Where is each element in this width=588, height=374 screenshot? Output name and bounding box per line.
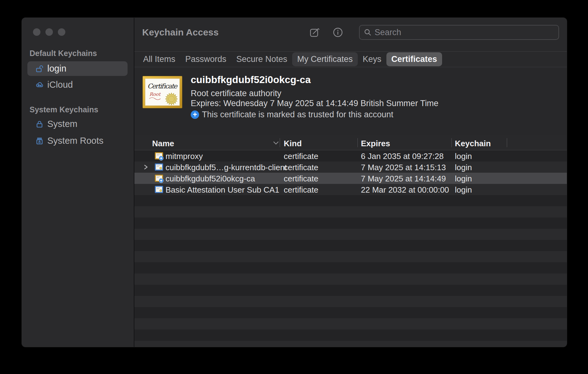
table-empty-row	[134, 330, 567, 341]
trust-status-text: This certificate is marked as trusted fo…	[202, 110, 393, 119]
table-row[interactable]: Basic Attestation User Sub CA1certificat…	[134, 184, 567, 195]
table-empty-row	[134, 307, 567, 318]
cell-keychain: login	[455, 152, 472, 161]
table-empty-row	[134, 217, 567, 229]
cell-keychain: login	[455, 163, 472, 172]
sidebar-section-title: System Keychains	[30, 105, 98, 114]
table-empty-row	[134, 229, 567, 240]
seal-icon	[165, 93, 178, 105]
sidebar-item-label: login	[47, 63, 66, 74]
cell-expires: 7 May 2025 at 14:15:13	[361, 163, 446, 172]
search-input[interactable]	[375, 28, 554, 37]
certificate-expiry: Expires: Wednesday 7 May 2025 at 14:14:4…	[191, 98, 438, 108]
table-empty-row	[134, 262, 567, 273]
column-divider[interactable]	[507, 138, 507, 147]
tab-certificates[interactable]: Certificates	[386, 52, 442, 66]
certificate-gold-plus-icon	[154, 174, 164, 183]
cell-keychain: login	[455, 185, 472, 195]
keychain-access-window: Default Keychains login iCloud System Ke…	[22, 18, 567, 347]
tab-passwords[interactable]: Passwords	[180, 52, 231, 66]
certificate-word: Certificate	[147, 82, 178, 90]
search-field[interactable]	[359, 25, 559, 40]
table-row[interactable]: cuibbfkgdubf52i0okcg-cacertificate7 May …	[134, 173, 567, 184]
sidebar-item-label: System	[47, 119, 77, 129]
column-header-keychain[interactable]: Keychain	[455, 139, 491, 148]
zoom-window-button[interactable]	[58, 28, 65, 36]
column-divider[interactable]	[280, 138, 280, 147]
tab-keys[interactable]: Keys	[358, 52, 386, 66]
table-empty-row	[134, 240, 567, 251]
sidebar-item-system-roots[interactable]: System Roots	[27, 133, 128, 148]
certificate-image: Certificate Root	[142, 76, 182, 108]
cell-kind: certificate	[284, 174, 318, 184]
cell-name: mitmproxy	[166, 152, 203, 161]
sidebar-item-system[interactable]: System	[27, 117, 128, 131]
table-row[interactable]: cuibbfkgdubf5…g-kurrentdb-clientcertific…	[134, 161, 567, 173]
sidebar-item-login[interactable]: login	[27, 61, 128, 76]
cell-kind: certificate	[284, 185, 318, 195]
tab-all-items[interactable]: All Items	[138, 52, 180, 66]
table-empty-row	[134, 285, 567, 296]
column-header-kind[interactable]: Kind	[284, 139, 302, 148]
cell-expires: 7 May 2025 at 14:14:49	[361, 174, 446, 184]
sort-chevron-icon[interactable]	[273, 141, 279, 145]
table-empty-row	[134, 206, 567, 217]
window-controls	[33, 28, 65, 36]
certificate-root-word: Root	[149, 91, 161, 97]
sidebar-item-label: iCloud	[47, 80, 73, 90]
certificate-detail-panel: Certificate Root cuibbfkgdubf52i0okcg-ca…	[134, 67, 567, 135]
certificate-blue-icon	[154, 162, 164, 172]
tab-secure-notes[interactable]: Secure Notes	[231, 52, 292, 66]
category-tabbar: All ItemsPasswordsSecure NotesMy Certifi…	[134, 52, 567, 67]
table-empty-row	[134, 251, 567, 262]
cloud-key-icon	[35, 80, 44, 90]
certificate-summary: cuibbfkgdubf52i0okcg-ca Root certificate…	[191, 74, 438, 119]
table-empty-row	[134, 273, 567, 285]
cell-name: cuibbfkgdubf52i0okcg-ca	[166, 174, 255, 184]
cell-name: cuibbfkgdubf5…g-kurrentdb-client	[166, 163, 287, 172]
cell-name: Basic Attestation User Sub CA1	[166, 185, 279, 195]
table-row[interactable]: mitmproxycertificate6 Jan 2035 at 09:27:…	[134, 150, 567, 161]
certificate-blue-icon	[154, 185, 164, 194]
certificate-gold-plus-icon	[154, 151, 164, 161]
cell-expires: 22 Mar 2032 at 00:00:00	[361, 185, 449, 195]
minimize-window-button[interactable]	[45, 28, 53, 36]
table-empty-row	[134, 296, 567, 307]
info-icon	[331, 26, 345, 39]
certificate-type: Root certificate authority	[191, 88, 438, 98]
table-empty-row	[134, 341, 567, 347]
compose-icon	[308, 26, 321, 39]
column-divider[interactable]	[451, 138, 452, 147]
cell-kind: certificate	[284, 163, 318, 172]
sidebar: Default Keychains login iCloud System Ke…	[22, 18, 134, 347]
cell-kind: certificate	[284, 152, 318, 161]
disclosure-chevron-icon[interactable]	[144, 164, 148, 170]
table-empty-row	[134, 195, 567, 206]
sidebar-item-label: System Roots	[47, 136, 104, 146]
column-header-name[interactable]: Name	[152, 139, 174, 148]
certificate-table: mitmproxycertificate6 Jan 2035 at 09:27:…	[134, 150, 567, 347]
get-info-button[interactable]	[331, 26, 345, 39]
column-divider[interactable]	[357, 138, 358, 147]
window-title: Keychain Access	[142, 27, 219, 38]
system-roots-icon	[35, 136, 44, 146]
table-header-row: NameKindExpiresKeychain	[134, 135, 567, 150]
trust-badge-icon: +	[191, 110, 199, 119]
cell-expires: 6 Jan 2035 at 09:27:28	[361, 152, 444, 161]
certificate-name: cuibbfkgdubf52i0okcg-ca	[191, 74, 438, 86]
search-icon	[364, 29, 371, 36]
table-empty-row	[134, 318, 567, 330]
sidebar-item-icloud[interactable]: iCloud	[27, 77, 128, 92]
sidebar-section-title: Default Keychains	[30, 49, 97, 58]
unlocked-padlock-icon	[35, 64, 44, 73]
tab-my-certificates[interactable]: My Certificates	[292, 52, 358, 66]
main-content: Keychain Access	[134, 18, 567, 347]
title-bar: Keychain Access	[134, 18, 567, 52]
locked-padlock-icon	[35, 119, 44, 129]
cell-keychain: login	[455, 174, 472, 184]
new-item-button[interactable]	[308, 26, 321, 39]
column-header-expires[interactable]: Expires	[361, 139, 390, 148]
close-window-button[interactable]	[33, 28, 40, 36]
